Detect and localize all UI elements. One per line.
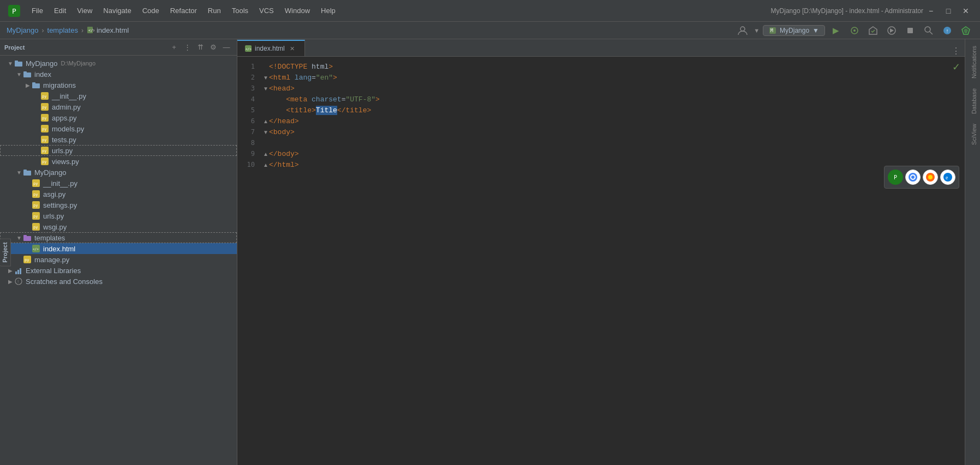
sidebar-minimize-btn[interactable]: — <box>220 41 232 53</box>
menu-file[interactable]: File <box>27 4 47 17</box>
sidebar-add-btn[interactable]: + <box>168 41 180 53</box>
tree-item-scratches[interactable]: ▶ ! Scratches and Consoles <box>0 276 237 287</box>
tree-label-scratches: Scratches and Consoles <box>26 277 103 286</box>
editor-tab-index-html[interactable]: </> index.html ✕ <box>237 40 305 56</box>
svg-rect-20 <box>23 71 27 73</box>
maximize-button[interactable]: □ <box>941 3 956 19</box>
tree-label-templates: templates <box>34 234 65 242</box>
sidebar-expand-btn[interactable]: ⇈ <box>194 41 206 53</box>
chevron-mydjango-sub: ▼ <box>15 168 23 176</box>
menu-help[interactable]: Help <box>316 4 340 17</box>
menu-code[interactable]: Code <box>138 4 164 17</box>
run-config-selector[interactable]: M MyDjango ▼ <box>763 25 825 36</box>
menu-view[interactable]: View <box>73 4 97 17</box>
search-button[interactable] <box>921 23 936 38</box>
svg-point-8 <box>853 29 856 32</box>
code-line-5: 5 <title>Title</title> <box>237 105 965 116</box>
svg-rect-37 <box>23 171 31 176</box>
tree-item-index-folder[interactable]: ▼ index <box>0 69 237 80</box>
tree-label-apps: apps.py <box>52 114 77 122</box>
pycharm-browser-icon[interactable]: P <box>888 170 903 185</box>
menu-window[interactable]: Window <box>280 4 314 17</box>
coverage-button[interactable] <box>865 23 881 38</box>
tree-item-views-py[interactable]: py views.py <box>0 156 237 167</box>
menu-refactor[interactable]: Refactor <box>166 4 201 17</box>
scratch-icon: ! <box>14 277 23 286</box>
code-editor[interactable]: 1 <!DOCTYPE html> 2 ▼ <html lang="en"> 3… <box>237 57 965 465</box>
tree-label-tests: tests.py <box>52 136 76 144</box>
menu-edit[interactable]: Edit <box>50 4 70 17</box>
py-icon-tests: py <box>40 135 49 144</box>
tree-item-admin-py[interactable]: py admin.py <box>0 101 237 112</box>
tree-item-wsgi-py[interactable]: py wsgi.py <box>0 221 237 232</box>
breadcrumb-root[interactable]: MyDjango <box>7 26 39 34</box>
minimize-button[interactable]: − <box>923 3 939 19</box>
sidebar-settings-btn[interactable]: ⚙ <box>207 41 219 53</box>
svg-text:py: py <box>33 192 38 197</box>
update-button[interactable]: ↑ <box>940 23 955 38</box>
stop-button[interactable] <box>903 23 918 38</box>
tree-item-index-html[interactable]: </> index.html <box>0 243 237 254</box>
menu-tools[interactable]: Tools <box>228 4 253 17</box>
menu-run[interactable]: Run <box>204 4 225 17</box>
tree-label-init1: __init__.py <box>52 92 86 100</box>
code-line-9: 9 ▲ </body> <box>237 148 965 159</box>
svg-point-68 <box>928 175 933 179</box>
chevron-index: ▼ <box>15 70 23 78</box>
app-icon: P <box>7 3 22 19</box>
svg-text:py: py <box>42 105 46 110</box>
tree-item-mydjango-sub[interactable]: ▼ MyDjango <box>0 167 237 178</box>
tree-label-index: index <box>34 70 51 78</box>
profile-button[interactable] <box>735 23 750 38</box>
tree-label-mydjango-sub: MyDjango <box>34 168 67 177</box>
tree-item-templates[interactable]: ▼ templates <box>0 232 237 243</box>
breadcrumb-middle[interactable]: templates <box>47 26 78 34</box>
profile-run-button[interactable] <box>884 23 899 38</box>
svg-text:py: py <box>42 116 46 120</box>
py-icon-admin: py <box>40 102 49 111</box>
tree-item-init-py-2[interactable]: py __init__.py <box>0 178 237 189</box>
svg-rect-18 <box>15 61 18 62</box>
tree-item-migrations[interactable]: ▶ migrations <box>0 80 237 90</box>
py-icon-manage: py <box>23 255 32 264</box>
svg-text:</>: </> <box>33 247 39 251</box>
tree-item-init-py-1[interactable]: py __init__.py <box>0 90 237 101</box>
tree-item-settings-py[interactable]: py settings.py <box>0 200 237 210</box>
tab-label-index-html: index.html <box>255 45 285 52</box>
tab-overflow-btn[interactable]: ⋮ <box>947 46 965 56</box>
folder-icon-mydjango <box>14 59 23 68</box>
tree-item-asgi-py[interactable]: py asgi.py <box>0 189 237 200</box>
tree-item-models-py[interactable]: py models.py <box>0 123 237 134</box>
right-tab-sciview[interactable]: SciView <box>966 119 979 149</box>
chrome-browser-icon[interactable] <box>905 170 921 185</box>
tree-item-mydjango-root[interactable]: ▼ MyDjango D:\MyDjango <box>0 58 237 69</box>
sidebar-collapse-btn[interactable]: ⋮ <box>181 41 193 53</box>
sidebar-tab-bar: Project + ⋮ ⇈ ⚙ — <box>0 39 237 56</box>
tree-item-external-libs[interactable]: ▶ External Libraries <box>0 265 237 276</box>
tree-label-urls2: urls.py <box>43 212 64 220</box>
html-icon-index: </> <box>32 244 40 253</box>
tree-item-urls-py-2[interactable]: py urls.py <box>0 210 237 221</box>
tree-item-manage-py[interactable]: py manage.py <box>0 254 237 265</box>
tree-label-manage: manage.py <box>34 256 69 264</box>
tree-label-urls1: urls.py <box>52 147 73 155</box>
right-tab-database[interactable]: Database <box>966 84 979 118</box>
edge-browser-icon[interactable]: e <box>940 170 955 185</box>
chevron-migrations: ▶ <box>24 81 32 89</box>
close-button[interactable]: ✕ <box>958 3 973 19</box>
chevron-scratches: ▶ <box>7 277 14 285</box>
run-button[interactable]: ▶ <box>828 23 844 38</box>
tree-item-apps-py[interactable]: py apps.py <box>0 112 237 123</box>
tab-close-btn[interactable]: ✕ <box>288 44 297 53</box>
right-tab-notifications[interactable]: Notifications <box>966 41 979 83</box>
firefox-browser-icon[interactable] <box>923 170 938 185</box>
svg-text:py: py <box>42 149 46 153</box>
svg-text:↑: ↑ <box>946 28 949 34</box>
folder-icon-mydjango-sub <box>23 168 32 177</box>
menu-vcs[interactable]: VCS <box>255 4 278 17</box>
tree-item-tests-py[interactable]: py tests.py <box>0 134 237 145</box>
debug-button[interactable] <box>847 23 862 38</box>
tree-item-urls-py-1[interactable]: py urls.py <box>0 145 237 156</box>
menu-navigate[interactable]: Navigate <box>99 4 135 17</box>
project-side-tab[interactable]: Project <box>0 238 11 266</box>
